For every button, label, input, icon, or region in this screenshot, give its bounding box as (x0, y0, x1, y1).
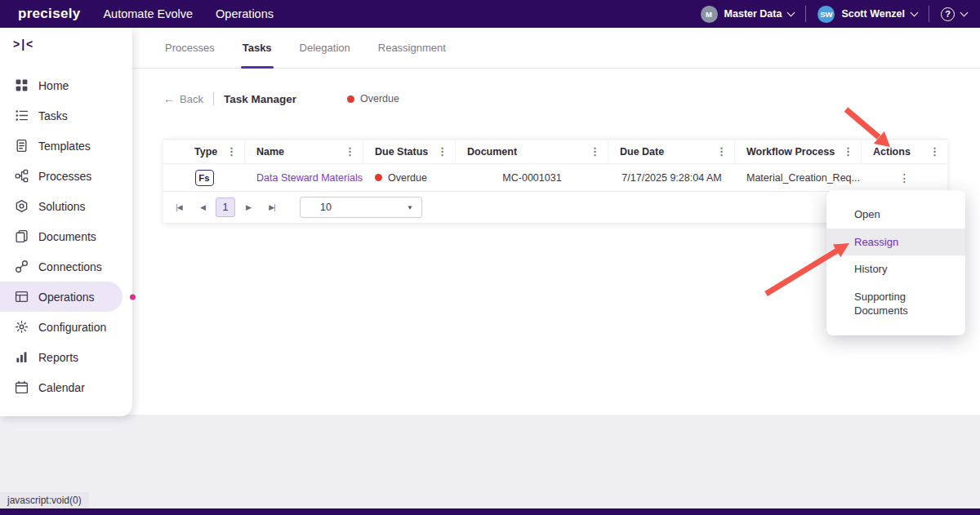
bottom-strip (0, 508, 980, 515)
sidebar-item-home[interactable]: Home (0, 70, 132, 100)
sidebar-item-label: Configuration (38, 321, 106, 334)
menu-item-supporting-documents[interactable]: Supporting Documents (826, 283, 965, 325)
sidebar-item-label: Documents (38, 230, 96, 243)
org-switcher[interactable]: M Master Data (701, 6, 795, 23)
column-header-label: Due Date (620, 146, 664, 158)
sidebar-item-label: Reports (38, 351, 78, 364)
column-menu-icon[interactable]: ⋮ (341, 145, 359, 158)
overdue-dot (375, 174, 382, 181)
column-header-name[interactable]: Name ⋮ (245, 140, 363, 163)
topbar-right: M Master Data SW Scott Wenzel ? (701, 6, 967, 23)
overdue-legend-label: Overdue (360, 93, 399, 104)
sidebar-nav: Home Tasks Templates Processes Solutions… (0, 70, 132, 402)
table-header: Type ⋮ Name ⋮ Due Status ⋮ Document ⋮ Du… (163, 139, 947, 164)
cell-name: Data Steward Materials (245, 172, 363, 184)
sidebar-item-operations[interactable]: Operations (0, 282, 122, 312)
precisely-logo: precisely (18, 6, 80, 22)
chevron-down-icon: ▼ (407, 204, 413, 211)
column-header-label: Document (467, 146, 517, 158)
menu-item-history[interactable]: History (826, 255, 965, 283)
cell-workflow-process: Material_Creation_Req... (735, 172, 862, 184)
sidebar-item-reports[interactable]: Reports (0, 342, 132, 372)
home-icon (15, 78, 29, 92)
user-menu[interactable]: SW Scott Wenzel (817, 6, 917, 23)
first-page-button[interactable]: |◀ (168, 197, 189, 218)
column-menu-icon[interactable]: ⋮ (223, 145, 240, 158)
back-arrow-icon: ← (163, 93, 175, 104)
status-bar: javascript:void(0) (0, 492, 89, 508)
sidebar-item-templates[interactable]: Templates (0, 131, 132, 161)
help-icon: ? (941, 7, 955, 21)
next-page-button[interactable]: ▶ (238, 197, 259, 218)
due-status-label: Overdue (388, 172, 427, 184)
column-header-workflow-process[interactable]: Workflow Process ⋮ (735, 140, 862, 163)
column-header-label: Due Status (375, 146, 428, 158)
column-header-due-status[interactable]: Due Status ⋮ (363, 140, 456, 163)
document-id: MC-0001031 (502, 172, 561, 184)
sidebar-item-label: Processes (38, 170, 91, 183)
help-menu[interactable]: ? (941, 7, 967, 21)
chevron-down-icon (787, 9, 795, 17)
tab-reassignment[interactable]: Reassignment (376, 28, 448, 68)
page-size-select[interactable]: 10 ▼ (300, 197, 422, 218)
previous-page-button[interactable]: ◀ (192, 197, 213, 218)
cell-type: Fs (163, 170, 245, 186)
sidebar-item-connections[interactable]: Connections (0, 251, 132, 282)
row-actions-icon[interactable]: ⋮ (893, 171, 917, 184)
sidebar-item-label: Tasks (38, 109, 68, 122)
tab-label: Tasks (243, 42, 272, 54)
column-header-label: Workflow Process (746, 146, 835, 158)
org-avatar: M (701, 6, 718, 23)
overdue-legend: Overdue (347, 93, 399, 104)
topbar-product-name[interactable]: Automate Evolve (103, 7, 193, 20)
tab-processes[interactable]: Processes (163, 28, 216, 68)
back-button[interactable]: ← Back (163, 93, 203, 105)
column-menu-icon[interactable]: ⋮ (586, 145, 604, 158)
menu-item-reassign[interactable]: Reassign (826, 229, 965, 256)
column-menu-icon[interactable]: ⋮ (434, 145, 451, 158)
tab-bar: Processes Tasks Delegation Reassignment (132, 28, 980, 69)
sidebar-item-processes[interactable]: Processes (0, 161, 132, 191)
due-date-value: 7/17/2025 9:28:04 AM (621, 172, 721, 184)
cell-actions: ⋮ (862, 171, 947, 184)
sidebar-item-label: Home (38, 79, 69, 92)
connections-icon (15, 260, 29, 273)
column-menu-icon[interactable]: ⋮ (840, 145, 857, 158)
task-type-badge[interactable]: Fs (195, 170, 214, 186)
collapse-sidebar-icon: >|< (13, 38, 34, 51)
user-name: Scott Wenzel (841, 8, 905, 20)
column-menu-icon[interactable]: ⋮ (713, 145, 730, 158)
menu-item-open[interactable]: Open (826, 201, 965, 229)
topbar-divider (929, 6, 929, 22)
back-label: Back (180, 93, 203, 105)
last-page-button[interactable]: ▶| (261, 197, 283, 218)
collapse-sidebar-button[interactable]: >|< (0, 28, 132, 60)
topbar-section-operations[interactable]: Operations (216, 7, 274, 20)
sidebar-item-documents[interactable]: Documents (0, 221, 132, 251)
app-window: precisely Automate Evolve Operations M M… (0, 0, 980, 515)
cell-due-status: Overdue (363, 172, 456, 184)
sidebar-item-tasks[interactable]: Tasks (0, 100, 132, 131)
chevron-down-icon (960, 9, 969, 17)
calendar-icon (15, 380, 29, 394)
column-header-actions[interactable]: Actions ⋮ (862, 140, 947, 163)
sidebar-item-solutions[interactable]: Solutions (0, 191, 132, 221)
column-header-label: Name (256, 146, 284, 158)
column-header-type[interactable]: Type ⋮ (163, 140, 245, 163)
column-header-label: Actions (873, 146, 911, 158)
column-header-due-date[interactable]: Due Date ⋮ (608, 140, 735, 163)
tab-label: Processes (165, 42, 215, 54)
tab-label: Reassignment (378, 42, 446, 54)
sidebar-item-configuration[interactable]: Configuration (0, 312, 132, 342)
tab-tasks[interactable]: Tasks (241, 28, 274, 68)
tab-delegation[interactable]: Delegation (298, 28, 352, 68)
column-menu-icon[interactable]: ⋮ (926, 145, 943, 158)
sidebar-item-label: Solutions (38, 200, 86, 213)
chevron-down-icon (911, 9, 919, 17)
sidebar: >|< Home Tasks Templates Processes Solut… (0, 28, 132, 416)
sidebar-item-calendar[interactable]: Calendar (0, 372, 132, 402)
column-header-document[interactable]: Document ⋮ (456, 140, 608, 163)
reports-icon (15, 350, 29, 364)
current-page-button[interactable]: 1 (216, 198, 235, 217)
task-name-link[interactable]: Data Steward Materials (256, 172, 363, 184)
